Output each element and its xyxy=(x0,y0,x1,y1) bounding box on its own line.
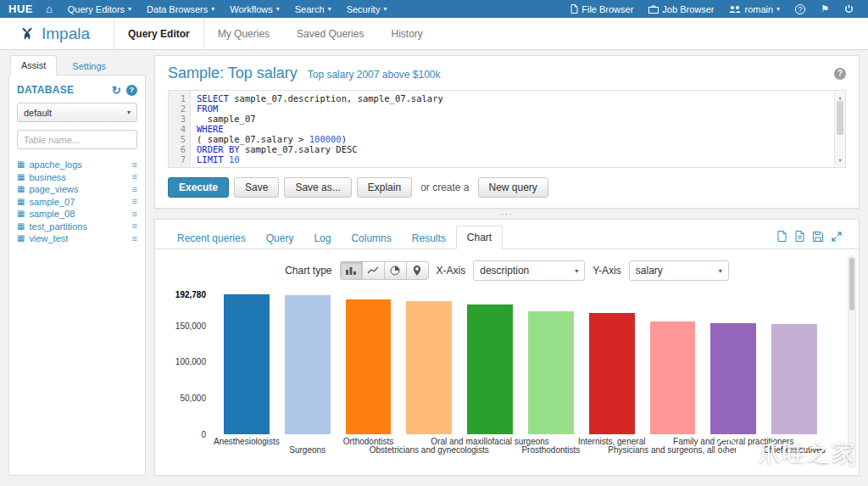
results-scrollbar[interactable] xyxy=(848,255,856,468)
file-browser-link[interactable]: File Browser xyxy=(563,4,641,14)
table-row-view-test[interactable]: ▦view_test≡ xyxy=(17,232,137,245)
database-select[interactable]: default ▾ xyxy=(17,103,137,122)
panel-splitter[interactable]: ··· xyxy=(154,209,860,219)
bar-surgeons[interactable] xyxy=(285,295,331,434)
query-title: Sample: Top salary xyxy=(168,64,298,82)
columns-icon[interactable]: ≡ xyxy=(132,185,137,194)
tab-history[interactable]: History xyxy=(377,18,436,49)
user-name: romain xyxy=(744,4,773,14)
line-number: 7 xyxy=(169,154,186,165)
navbar-menu-security[interactable]: Security▾ xyxy=(339,0,395,18)
new-query-button[interactable]: New query xyxy=(478,177,548,198)
columns-icon[interactable]: ≡ xyxy=(132,160,137,170)
columns-icon[interactable]: ≡ xyxy=(132,209,137,219)
tab-results[interactable]: Results xyxy=(402,227,456,249)
tab-chart[interactable]: Chart xyxy=(456,226,503,249)
map-marker-icon xyxy=(413,265,421,276)
bar-chief-executives[interactable] xyxy=(771,324,817,434)
editor-code[interactable]: SELECT sample_07.description, sample_07.… xyxy=(191,91,845,167)
sidebar-tab-settings[interactable]: Settings xyxy=(70,57,108,75)
tab-saved-queries[interactable]: Saved Queries xyxy=(283,18,377,49)
y-axis-value: salary xyxy=(636,265,663,277)
tab-recent-queries[interactable]: Recent queries xyxy=(167,227,256,249)
chart-type-pie-button[interactable] xyxy=(384,261,407,280)
line-number: 6 xyxy=(169,144,186,154)
logout-button[interactable] xyxy=(837,4,861,14)
impala-home-link[interactable]: Impala xyxy=(19,18,90,49)
download-xls-icon[interactable] xyxy=(795,231,804,242)
bar-oral-and-maxillofacial-surgeons[interactable] xyxy=(467,304,513,434)
execute-button[interactable]: Execute xyxy=(168,177,229,198)
navbar-menu-query-editors[interactable]: Query Editors▾ xyxy=(60,0,139,18)
query-subtitle-link[interactable]: Top salary 2007 above $100k xyxy=(308,69,441,81)
hue-logo[interactable]: HUE xyxy=(8,3,33,15)
table-icon: ▦ xyxy=(17,234,25,243)
chart-controls: Chart type X-Axis xyxy=(155,260,859,281)
refresh-icon[interactable]: ↻ xyxy=(112,85,121,96)
save-button[interactable]: Save xyxy=(234,177,279,198)
assist-panel: DATABASE ↻ ? default ▾ ▦apache_logs≡▦bus… xyxy=(8,75,146,476)
table-icon: ▦ xyxy=(17,160,25,169)
tab-query-editor[interactable]: Query Editor xyxy=(114,18,204,49)
job-browser-label: Job Browser xyxy=(662,4,714,14)
table-row-business[interactable]: ▦business≡ xyxy=(17,171,137,184)
bar-family-and-general-practitioners[interactable] xyxy=(710,323,756,435)
editor-scrollbar[interactable]: ▲ ▼ xyxy=(834,91,845,167)
line-number: 5 xyxy=(169,134,186,144)
columns-icon[interactable]: ≡ xyxy=(132,172,137,182)
navbar-menu-search[interactable]: Search▾ xyxy=(287,0,339,18)
y-axis-select[interactable]: salary ▾ xyxy=(629,260,729,281)
y-tick-label: 150,000 xyxy=(175,321,206,330)
x-axis-select[interactable]: description ▾ xyxy=(473,260,585,281)
bar-internists-general[interactable] xyxy=(589,313,635,434)
sidebar-tab-assist[interactable]: Assist xyxy=(10,55,57,75)
columns-icon[interactable]: ≡ xyxy=(132,234,137,243)
table-filter-input[interactable] xyxy=(17,130,137,149)
job-browser-link[interactable]: Job Browser xyxy=(641,4,721,14)
columns-icon[interactable]: ≡ xyxy=(132,221,137,231)
bar-orthodontists[interactable] xyxy=(346,299,392,434)
user-menu[interactable]: romain ▾ xyxy=(721,4,787,14)
query-help-icon[interactable]: ? xyxy=(834,68,846,80)
editor-scrollbar-thumb[interactable] xyxy=(837,101,843,135)
save-result-icon[interactable] xyxy=(813,232,823,242)
home-button[interactable]: ⌂ xyxy=(38,0,60,18)
chart-type-map-button[interactable] xyxy=(406,261,429,280)
chart-type-bars-button[interactable] xyxy=(340,261,363,280)
table-row-apache-logs[interactable]: ▦apache_logs≡ xyxy=(17,159,137,171)
download-csv-icon[interactable] xyxy=(777,231,787,242)
explain-button[interactable]: Explain xyxy=(357,177,412,198)
expand-icon[interactable] xyxy=(832,232,842,242)
table-row-sample-07[interactable]: ▦sample_07≡ xyxy=(17,196,137,209)
database-header: DATABASE ↻ ? xyxy=(17,84,137,96)
chart-type-line-button[interactable] xyxy=(362,261,385,280)
table-row-sample-08[interactable]: ▦sample_08≡ xyxy=(17,208,137,221)
y-tick-label: 0 xyxy=(201,430,206,439)
table-row-test-partitions[interactable]: ▦test_partitions≡ xyxy=(17,221,137,233)
columns-icon[interactable]: ≡ xyxy=(132,197,137,206)
tab-columns[interactable]: Columns xyxy=(341,227,401,249)
results-scrollbar-thumb[interactable] xyxy=(849,258,854,310)
tab-query[interactable]: Query xyxy=(256,227,304,249)
feedback-button[interactable]: ⚑ xyxy=(813,3,837,14)
bar-obstetricians-and-gynecologists[interactable] xyxy=(406,301,452,434)
bar-prosthodontists[interactable] xyxy=(528,311,574,434)
navbar-menu-data-browsers[interactable]: Data Browsers▾ xyxy=(139,0,222,18)
chart-plot: AnesthesiologistsSurgeonsOrthodontistsOb… xyxy=(216,294,825,434)
tab-log[interactable]: Log xyxy=(303,227,341,249)
table-row-page-views[interactable]: ▦page_views≡ xyxy=(17,183,137,196)
database-help-icon[interactable]: ? xyxy=(126,85,137,96)
chevron-down-icon: ▾ xyxy=(128,5,131,13)
save-as-button[interactable]: Save as... xyxy=(284,177,351,198)
navbar-menu-workflows[interactable]: Workflows▾ xyxy=(222,0,287,18)
x-tick-label: Anesthesiologists xyxy=(214,437,280,446)
sql-editor[interactable]: 1234567 SELECT sample_07.description, sa… xyxy=(168,90,846,168)
bar-anesthesiologists[interactable] xyxy=(224,294,270,434)
scroll-down-icon[interactable]: ▼ xyxy=(838,155,842,165)
bar-physicians-and-surgeons-all-other[interactable] xyxy=(650,321,696,434)
table-icon: ▦ xyxy=(17,198,25,206)
help-menu-button[interactable]: ? xyxy=(787,4,813,14)
tab-my-queries[interactable]: My Queries xyxy=(204,18,283,49)
chart-slot: Orthodontists xyxy=(338,294,399,434)
navbar-menu-label: Data Browsers xyxy=(147,4,208,14)
